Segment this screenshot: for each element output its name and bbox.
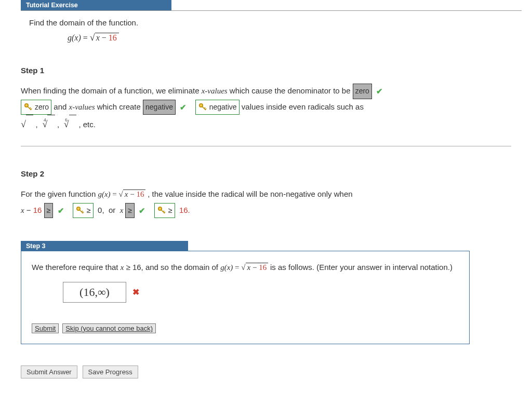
key-icon (198, 102, 207, 112)
submit-button[interactable]: Submit (32, 323, 59, 333)
step1-answer-neg-gray[interactable]: negative (143, 100, 176, 115)
step1-answer-zero-gray[interactable]: zero (353, 84, 372, 99)
step2-answer-ge1-gray[interactable]: ≥ (44, 203, 54, 218)
check-icon: ✔ (58, 203, 64, 218)
func-name: g(x) (68, 33, 81, 42)
interval-answer-input[interactable]: (16,∞) (63, 282, 126, 303)
step2-body: For the given function g(x) = √x − 16 , … (21, 186, 522, 218)
step1-answer-zero-key[interactable]: zero (21, 100, 51, 115)
step2-title: Step 2 (21, 169, 522, 178)
eq-sign: = (83, 33, 88, 42)
key-icon (75, 206, 85, 215)
step2-function: g(x) = √x − 16 (98, 189, 148, 198)
step1-answer-neg-key[interactable]: negative (195, 100, 240, 115)
key-icon (23, 102, 33, 112)
step3-body: We therefore require that x ≥ 16, and so… (32, 260, 459, 275)
check-icon: ✔ (376, 84, 383, 99)
step1-title: Step 1 (21, 66, 522, 75)
check-icon: ✔ (139, 203, 145, 218)
bottom-button-row: Submit Answer Save Progress (21, 365, 522, 378)
step1-body: When finding the domain of a function, w… (21, 83, 522, 133)
step3-function: g(x) = √x − 16 (220, 263, 270, 272)
prompt-text: Find the domain of the function. (29, 18, 496, 27)
step2-answer-ge1-key[interactable]: ≥ (73, 203, 94, 218)
tutorial-header-bar: Tutorial Exercise (21, 0, 522, 11)
step3-box: We therefore require that x ≥ 16, and so… (21, 251, 470, 344)
step2-answer-ge2-gray[interactable]: ≥ (125, 203, 135, 218)
step-2: Step 2 For the given function g(x) = √x … (21, 169, 522, 218)
tutorial-header-title: Tutorial Exercise (21, 0, 171, 10)
submit-answer-button[interactable]: Submit Answer (21, 365, 77, 378)
save-progress-button[interactable]: Save Progress (83, 365, 138, 378)
step-3: Step 3 We therefore require that x ≥ 16,… (21, 241, 522, 344)
check-icon: ✔ (180, 100, 187, 115)
step3-title: Step 3 (21, 241, 188, 251)
wrong-icon: ✖ (132, 287, 139, 297)
key-icon (157, 206, 166, 215)
sqrt-symbol: √ (21, 119, 33, 129)
sqrt-icon: √ (90, 32, 95, 43)
function-display: g(x) = √x − 16 (68, 32, 496, 43)
fourth-root-symbol: 4√ (40, 119, 55, 129)
step3-buttons: Submit Skip (you cannot come back) (32, 323, 459, 333)
divider (21, 146, 511, 146)
step-1: Step 1 When finding the domain of a func… (21, 66, 522, 133)
skip-button[interactable]: Skip (you cannot come back) (62, 323, 156, 333)
prompt-block: Find the domain of the function. g(x) = … (29, 18, 496, 43)
sixth-root-symbol: 6√ (61, 119, 76, 129)
step2-answer-ge2-key[interactable]: ≥ (154, 203, 175, 218)
